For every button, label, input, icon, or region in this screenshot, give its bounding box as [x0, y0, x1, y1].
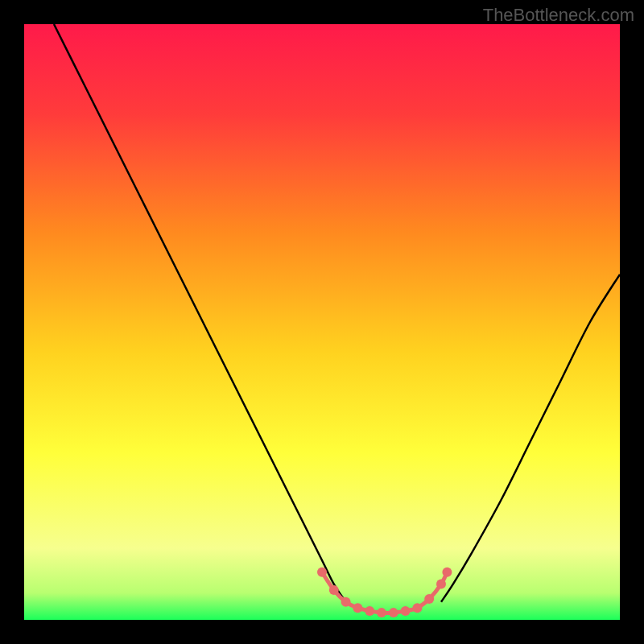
valley-dot	[365, 606, 374, 616]
valley-dot	[424, 594, 434, 604]
plot-background	[24, 24, 620, 620]
valley-dot	[377, 608, 386, 617]
valley-dot	[353, 603, 362, 613]
valley-dot	[329, 585, 339, 595]
valley-dot	[442, 568, 452, 577]
watermark-text: TheBottleneck.com	[483, 5, 634, 26]
bottleneck-chart	[0, 0, 644, 644]
chart-container: TheBottleneck.com	[0, 0, 644, 644]
valley-dot	[317, 568, 327, 577]
valley-dot	[412, 603, 422, 613]
valley-dot	[341, 597, 351, 607]
valley-dot	[436, 580, 446, 589]
valley-dot	[389, 608, 398, 617]
valley-dot	[401, 606, 411, 616]
